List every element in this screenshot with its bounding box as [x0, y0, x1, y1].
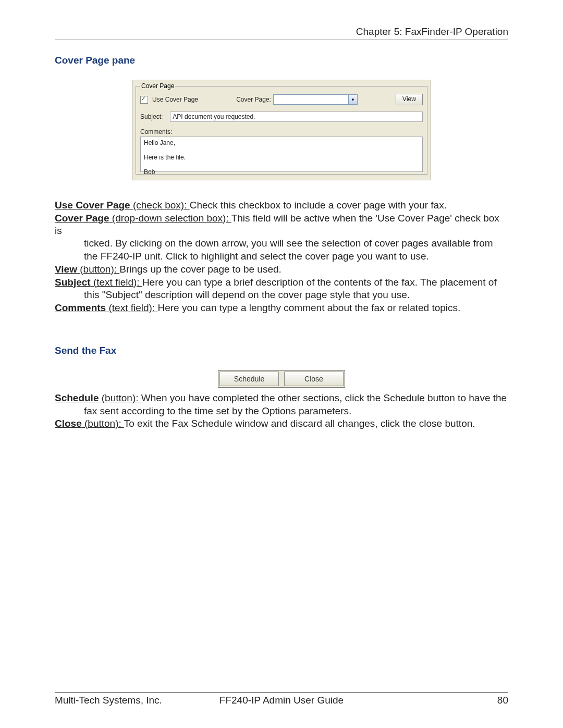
def-text: ticked. By clicking on the down arrow, y…	[55, 237, 508, 250]
send-fax-descriptions: Schedule (button): When you have complet…	[55, 392, 508, 430]
schedule-button[interactable]: Schedule	[219, 372, 279, 386]
def-text: Brings up the cover page to be used.	[119, 264, 282, 275]
cover-page-pane-screenshot: Cover Page Use Cover Page Cover Page: ▼ …	[132, 80, 431, 180]
use-cover-page-checkbox[interactable]	[140, 96, 148, 104]
view-button[interactable]: View	[396, 94, 423, 105]
page-footer: Multi-Tech Systems, Inc. FF240-IP Admin …	[55, 692, 508, 706]
page-header: Chapter 5: FaxFinder-IP Operation	[55, 26, 508, 40]
def-term: View	[55, 264, 77, 275]
def-paren: (text field):	[106, 302, 157, 313]
def-text: Check this checkbox to include a cover p…	[190, 200, 447, 211]
comments-label: Comments:	[140, 128, 423, 135]
comments-textarea[interactable]: Hello Jane, Here is the file. Bob	[140, 137, 423, 172]
def-term: Close	[55, 418, 82, 429]
footer-center: FF240-IP Admin User Guide	[206, 695, 357, 706]
footer-left: Multi-Tech Systems, Inc.	[55, 695, 206, 706]
subject-input[interactable]: API document you requested.	[170, 112, 423, 122]
cover-page-dropdown[interactable]: ▼	[273, 94, 358, 105]
def-paren: (button):	[99, 392, 141, 403]
def-paren: (button):	[77, 264, 119, 275]
footer-page-number: 80	[357, 695, 508, 706]
def-paren: (button):	[82, 418, 124, 429]
subject-label: Subject:	[140, 113, 163, 120]
def-paren: (drop-down selection box):	[109, 213, 231, 224]
def-text: Here you can type a brief description of…	[142, 277, 497, 288]
def-text: To exit the Fax Schedule window and disc…	[124, 418, 475, 429]
chevron-down-icon[interactable]: ▼	[348, 95, 357, 104]
def-paren: (check box):	[130, 200, 190, 211]
def-term: Comments	[55, 302, 106, 313]
def-text: Here you can type a lengthy comment abou…	[157, 302, 460, 313]
def-paren: (text field):	[91, 277, 142, 288]
def-term: Subject	[55, 277, 91, 288]
cover-page-dropdown-label: Cover Page:	[236, 96, 271, 103]
def-text: the FF240-IP unit. Click to highlight an…	[55, 250, 508, 263]
close-button[interactable]: Close	[284, 372, 344, 386]
section-title-send-the-fax: Send the Fax	[55, 345, 508, 356]
def-term: Schedule	[55, 392, 99, 403]
send-fax-buttons-screenshot: Schedule Close	[218, 370, 345, 388]
def-term: Use Cover Page	[55, 200, 130, 211]
cover-page-legend: Cover Page	[140, 82, 175, 90]
cover-page-descriptions: Use Cover Page (check box): Check this c…	[55, 199, 508, 314]
def-text: When you have completed the other sectio…	[141, 392, 507, 403]
def-term: Cover Page	[55, 213, 109, 224]
use-cover-page-label: Use Cover Page	[152, 96, 198, 103]
def-text: this "Subject" description will depend o…	[55, 289, 508, 301]
def-text: fax sent according to the time set by th…	[55, 405, 508, 417]
section-title-cover-page-pane: Cover Page pane	[55, 55, 508, 66]
